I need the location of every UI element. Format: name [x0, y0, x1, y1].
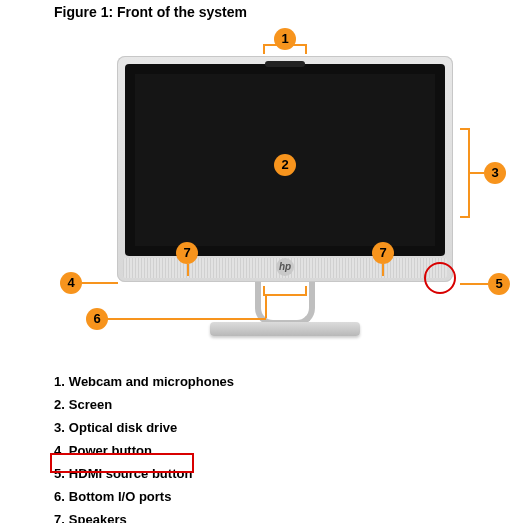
legend-item: 3Optical disk drive — [52, 416, 179, 439]
legend-item-label: Bottom I/O ports — [69, 486, 172, 507]
leader-line-6v — [265, 296, 267, 318]
legend-item: 7Speakers — [52, 508, 129, 523]
callout-badge-4: 4 — [60, 272, 82, 294]
leader-line-6h — [106, 318, 266, 320]
leader-line-7b — [382, 264, 384, 276]
legend-item-label: Speakers — [69, 509, 127, 523]
legend-highlight-box — [50, 453, 194, 473]
figure-title: Figure 1: Front of the system — [54, 4, 247, 20]
leader-bracket-3 — [460, 128, 470, 218]
callout-badge-5: 5 — [488, 273, 510, 295]
legend-item-number: 7 — [54, 509, 65, 523]
callout-badge-2: 2 — [274, 154, 296, 176]
legend-item-number: 6 — [54, 486, 65, 507]
legend-item: 2Screen — [52, 393, 114, 416]
callout-badge-1: 1 — [274, 28, 296, 50]
callout-badge-6: 6 — [86, 308, 108, 330]
leader-line-4 — [82, 282, 118, 284]
legend-item-number: 3 — [54, 417, 65, 438]
leader-line-7a — [187, 264, 189, 276]
legend-item-label: Webcam and microphones — [69, 371, 234, 392]
callout-badge-3: 3 — [484, 162, 506, 184]
callout-badge-7-left: 7 — [176, 242, 198, 264]
legend-item: 1Webcam and microphones — [52, 370, 236, 393]
hp-logo-icon: hp — [276, 258, 294, 276]
hdmi-source-highlight-circle — [424, 262, 456, 294]
system-front-diagram: hp 1 2 3 4 5 6 7 7 — [0, 28, 530, 368]
leader-line-3 — [470, 172, 484, 174]
legend-item-number: 2 — [54, 394, 65, 415]
legend-item-number: 1 — [54, 371, 65, 392]
legend-item: 6Bottom I/O ports — [52, 485, 173, 508]
callout-badge-7-right: 7 — [372, 242, 394, 264]
webcam-bar — [265, 61, 305, 67]
legend-item-label: Screen — [69, 394, 112, 415]
stand-base — [210, 322, 360, 336]
leader-line-5 — [460, 283, 488, 285]
legend-item-label: Optical disk drive — [69, 417, 177, 438]
leader-bracket-6 — [263, 286, 307, 296]
legend-list: 1Webcam and microphones2Screen3Optical d… — [52, 370, 236, 523]
